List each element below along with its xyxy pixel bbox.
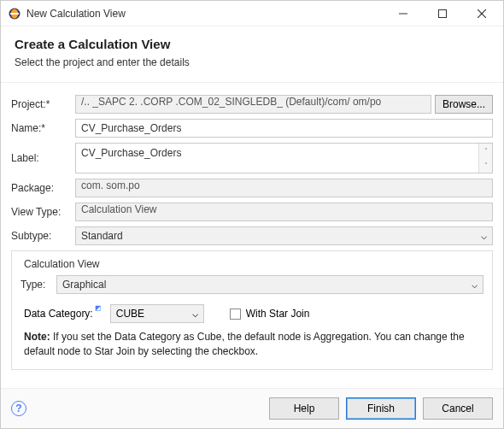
label-textarea[interactable]: CV_Purchase_Orders ˄˅ bbox=[75, 143, 493, 173]
withstarjoin-checkbox[interactable] bbox=[230, 309, 241, 320]
withstarjoin-label: With Star Join bbox=[246, 308, 310, 320]
window-title: New Calculation View bbox=[26, 8, 384, 20]
fieldset-legend: Calculation View bbox=[21, 258, 103, 270]
name-label: Name:* bbox=[11, 122, 75, 134]
help-button[interactable]: Help bbox=[269, 397, 339, 420]
chevron-down-icon: ⌵ bbox=[192, 308, 198, 320]
subtype-value: Standard bbox=[81, 230, 123, 242]
chevron-down-icon: ⌵ bbox=[481, 230, 487, 242]
chevron-down-icon: ⌵ bbox=[472, 279, 478, 291]
label-value: CV_Purchase_Orders bbox=[81, 147, 181, 159]
eclipse-icon bbox=[8, 7, 21, 21]
svg-rect-4 bbox=[439, 9, 447, 17]
subtitle: Select the project and enter the details bbox=[15, 56, 489, 68]
note-body: If you set the Data Category as Cube, th… bbox=[24, 331, 465, 357]
note-prefix: Note: bbox=[24, 331, 50, 343]
package-label: Package: bbox=[11, 182, 75, 194]
help-icon[interactable]: ? bbox=[11, 401, 26, 416]
svg-rect-2 bbox=[10, 13, 19, 15]
cancel-button[interactable]: Cancel bbox=[423, 397, 493, 420]
subtype-select[interactable]: Standard ⌵ bbox=[75, 226, 493, 245]
dialog-header: Create a Calculation View Select the pro… bbox=[1, 26, 503, 83]
datacategory-label: Data Category: bbox=[24, 308, 93, 320]
type-value: Graphical bbox=[62, 279, 106, 291]
finish-button[interactable]: Finish bbox=[346, 397, 416, 420]
datacategory-select[interactable]: CUBE ⌵ bbox=[110, 304, 204, 323]
subtype-label: Subtype: bbox=[11, 230, 75, 242]
close-button[interactable] bbox=[462, 1, 501, 26]
dialog-footer: ? Help Finish Cancel bbox=[1, 388, 503, 428]
spin-up-icon[interactable]: ˄ bbox=[478, 144, 492, 158]
maximize-button[interactable] bbox=[423, 1, 462, 26]
viewtype-label: View Type: bbox=[11, 206, 75, 218]
minimize-button[interactable] bbox=[384, 1, 423, 26]
calculationview-fieldset: Calculation View Type: Graphical ⌵ Data … bbox=[11, 250, 493, 370]
name-input[interactable] bbox=[75, 119, 493, 138]
browse-button[interactable]: Browse... bbox=[435, 95, 493, 114]
note-text: Note: If you set the Data Category as Cu… bbox=[21, 330, 483, 359]
package-field: com. som.po bbox=[75, 179, 493, 197]
project-field[interactable]: /.. _SAPC 2. .CORP .COM_02_SINGLEDB_ (De… bbox=[75, 95, 431, 114]
datacategory-value: CUBE bbox=[116, 308, 144, 320]
spin-down-icon[interactable]: ˅ bbox=[478, 158, 492, 173]
info-indicator-icon: ◩ bbox=[95, 304, 102, 312]
heading: Create a Calculation View bbox=[15, 37, 489, 51]
type-select[interactable]: Graphical ⌵ bbox=[56, 275, 483, 294]
viewtype-field: Calculation View bbox=[75, 203, 493, 221]
dialog-window: New Calculation View Create a Calculatio… bbox=[0, 0, 504, 429]
labeltext-label: Label: bbox=[11, 152, 75, 164]
form-area: Project:* /.. _SAPC 2. .CORP .COM_02_SIN… bbox=[1, 83, 503, 388]
project-label: Project:* bbox=[11, 98, 75, 110]
type-label: Type: bbox=[21, 279, 56, 291]
titlebar: New Calculation View bbox=[1, 1, 503, 26]
